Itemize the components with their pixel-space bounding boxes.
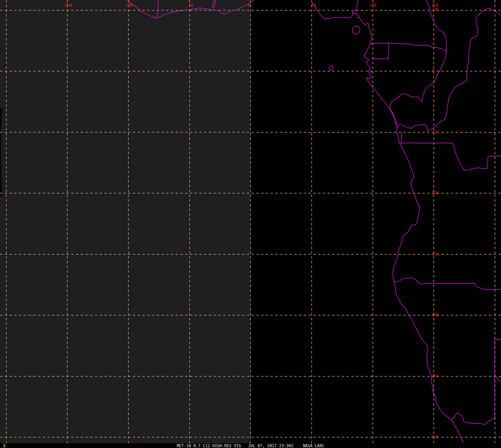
latitude-label-0: 0 — [432, 69, 434, 73]
island-bioko — [353, 26, 360, 34]
border-cunene-namibia — [394, 278, 501, 290]
latitude-label-5N: 5N — [433, 8, 439, 12]
latitude-label-5S: 5S — [433, 130, 439, 134]
border-nigeria-cameroon — [352, 0, 358, 13]
border-orange-river — [451, 413, 495, 425]
latitude-label-15S: 15S — [432, 252, 440, 256]
border-eq-guinea-north-chain — [370, 43, 446, 52]
border-botswana-branch — [495, 374, 501, 382]
longitude-label-10W: 10W — [125, 3, 133, 7]
border-ghana-ivorycoast — [157, 0, 158, 18]
caption-bar: 2 MET-10 0.7 C12 HIGH-RES VIS JUL 07, 20… — [0, 443, 501, 448]
longitude-label-10E: 10E — [370, 3, 377, 7]
latitude-label-30S: 30S — [431, 435, 439, 439]
longitude-label-0: 0 — [248, 3, 250, 7]
island-sao-tome — [329, 66, 333, 71]
frame-number: 2 — [3, 444, 6, 448]
river-volta-hook — [213, 0, 216, 8]
border-congo-loop-south — [398, 124, 428, 131]
border-kasai — [453, 143, 501, 171]
border-congo-loop-west — [390, 52, 446, 129]
longitude-label-5W: 5W — [188, 3, 193, 7]
coast-nigeria-cameroon — [311, 0, 372, 44]
longitude-label-15E: 15E — [431, 3, 439, 7]
map-grid-overlay — [0, 0, 501, 448]
satellite-image-viewport: 15W10W5W05E10E15E 5N05S10S15S20S25S30S 2… — [0, 0, 501, 448]
border-eq-guinea-west-south — [371, 43, 389, 59]
coast-namibia — [394, 281, 463, 444]
border-cabinda — [401, 133, 402, 143]
coast-gabon-congo — [364, 44, 399, 143]
border-angola-drc — [399, 143, 453, 143]
scan-edge-arc — [0, 108, 3, 196]
border-congo-river — [427, 8, 500, 131]
latitude-label-20S: 20S — [431, 313, 439, 317]
longitude-label-15W: 15W — [64, 3, 72, 7]
latitude-label-10S: 10S — [431, 191, 439, 195]
latitude-label-25S: 25S — [431, 374, 439, 378]
image-caption: MET-10 0.7 C12 HIGH-RES VIS JUL 07, 2017… — [177, 444, 324, 448]
longitude-label-5E: 5E — [311, 3, 316, 7]
coast-angola — [393, 143, 420, 281]
